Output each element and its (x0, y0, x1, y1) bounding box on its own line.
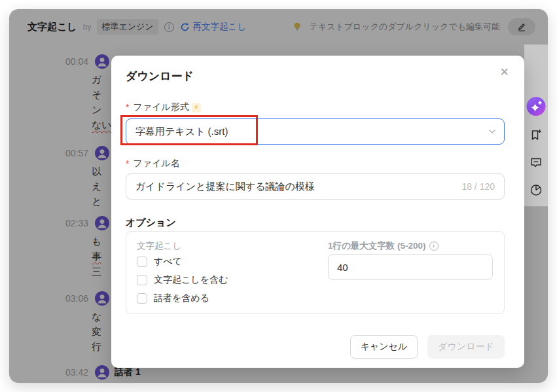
info-icon[interactable]: i (429, 241, 439, 251)
bookmark-add-icon[interactable] (530, 128, 543, 142)
comment-icon[interactable] (530, 156, 543, 169)
download-modal: ダウンロード × * ファイル形式 ⚡ 字幕用テキスト (.srt) * ファイ… (111, 56, 524, 368)
download-button[interactable]: ダウンロード (427, 335, 505, 359)
required-mark: * (126, 102, 129, 113)
char-counter: 18 / 120 (461, 181, 495, 192)
transcript-group-label: 文字起こし (137, 240, 181, 252)
lightning-icon: ⚡ (192, 103, 201, 113)
checkbox-icon[interactable] (137, 257, 147, 267)
checkbox-all[interactable]: すべて (137, 256, 182, 268)
options-heading: オプション (126, 217, 176, 229)
options-box: 文字起こし すべて 文字起こしを含む 話者を含める 1行の最大文字数 (5-20… (126, 231, 505, 314)
max-chars-input[interactable] (337, 262, 484, 273)
chevron-down-icon (488, 128, 496, 135)
file-format-value: 字幕用テキスト (.srt) (135, 126, 228, 138)
checkbox-icon[interactable] (137, 275, 147, 285)
file-name-input[interactable] (135, 181, 456, 192)
required-mark: * (126, 158, 129, 169)
pie-chart-icon[interactable] (530, 183, 543, 197)
checkbox-icon[interactable] (137, 293, 147, 304)
file-format-select[interactable]: 字幕用テキスト (.srt) (126, 118, 505, 145)
max-chars-label: 1行の最大文字数 (5-200) i (328, 240, 439, 252)
page: 文字起こし by 標準エンジン i 再文字起こし (0, 0, 557, 392)
file-format-label: * ファイル形式 ⚡ (126, 101, 201, 113)
ai-assistant-icon[interactable] (527, 97, 546, 116)
right-sidebar (524, 45, 548, 207)
max-chars-field (328, 254, 493, 280)
modal-title: ダウンロード (126, 69, 194, 84)
checkbox-include-speakers[interactable]: 話者を含める (137, 293, 209, 304)
close-icon[interactable]: × (500, 65, 509, 79)
app-window: 文字起こし by 標準エンジン i 再文字起こし (9, 9, 548, 383)
file-name-field: 18 / 120 (126, 173, 505, 200)
cancel-button[interactable]: キャンセル (350, 335, 418, 359)
checkbox-include-transcript[interactable]: 文字起こしを含む (137, 274, 228, 286)
file-name-label: * ファイル名 (126, 158, 180, 169)
